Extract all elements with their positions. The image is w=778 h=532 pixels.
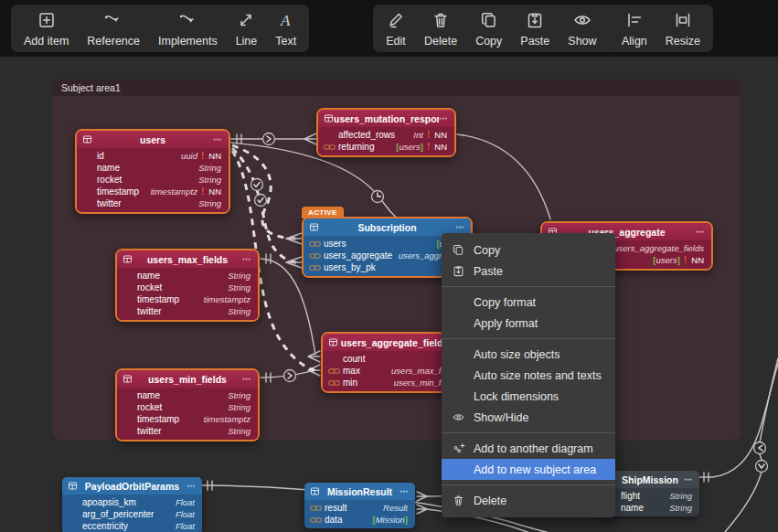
field-name: apoapsis_km xyxy=(82,497,136,507)
menu-item-paste[interactable]: Paste xyxy=(442,261,615,282)
table-header[interactable]: users_max_fields⋯ xyxy=(117,250,258,268)
table-shipmission[interactable]: ShipMission⋯flightStringnameString xyxy=(601,471,699,516)
table-users_min_fields[interactable]: users_min_fields⋯nameStringrocketStringt… xyxy=(115,368,260,442)
table-missionresult[interactable]: MissionResult⋯resultResultdata[Mission] xyxy=(304,483,415,528)
table-header[interactable]: users_mutation_response⋯ xyxy=(318,110,454,127)
field-row[interactable]: iduuid!NN xyxy=(77,150,229,162)
field-name: min xyxy=(343,378,357,388)
menu-icon-placeholder xyxy=(452,463,465,476)
table-menu-dots-icon[interactable]: ⋯ xyxy=(213,134,223,144)
table-header[interactable]: users_min_fields⋯ xyxy=(117,370,258,388)
not-null-bang: ! xyxy=(427,130,430,140)
field-row[interactable]: nameString xyxy=(117,270,258,282)
copy-icon xyxy=(479,10,499,30)
table-header[interactable]: users⋯ xyxy=(77,131,229,148)
field-type: users_aggregate_fields xyxy=(613,243,704,253)
toolbar-button-label: Text xyxy=(275,36,296,48)
field-row[interactable]: returning[users]!NN xyxy=(318,141,454,153)
align-button[interactable]: Align xyxy=(613,5,656,52)
field-type: String xyxy=(198,163,221,173)
field-row[interactable]: twitterString xyxy=(117,305,258,317)
table-menu-dots-icon[interactable]: ⋯ xyxy=(455,222,465,232)
field-row[interactable]: rocketString xyxy=(117,282,258,293)
paste-icon xyxy=(525,10,545,30)
paste-icon xyxy=(452,264,465,278)
edit-button[interactable]: Edit xyxy=(377,5,415,52)
line-button[interactable]: Line xyxy=(227,5,267,52)
field-row[interactable]: timestamptimestamptz xyxy=(117,293,258,305)
table-menu-dots-icon[interactable]: ⋯ xyxy=(696,227,706,237)
field-name: affected_rows xyxy=(338,130,395,140)
table-users_max_fields[interactable]: users_max_fields⋯nameStringrocketStringt… xyxy=(115,249,260,322)
table-fields: resultResultdata[Mission] xyxy=(304,500,415,528)
menu-item-show-hide[interactable]: Show/Hide xyxy=(442,407,615,428)
align-left-icon xyxy=(624,10,645,30)
field-row[interactable]: resultResult xyxy=(304,502,415,514)
field-name: users_by_pk xyxy=(324,262,376,272)
menu-icon-placeholder xyxy=(452,347,465,361)
toolbar-button-label: Copy xyxy=(475,36,502,48)
implements-button[interactable]: Implements xyxy=(149,5,227,52)
resize-button[interactable]: Resize xyxy=(656,5,709,52)
menu-item-apply-format[interactable]: Apply format xyxy=(442,313,615,334)
table-fields: flightStringnameString xyxy=(601,488,699,516)
toolbar-group-create: Add itemReferenceImplementsLineAText xyxy=(11,5,309,52)
menu-item-add-to-new-subject-area[interactable]: Add to new subject area xyxy=(442,459,615,480)
menu-item-lock-dimensions[interactable]: Lock dimensions xyxy=(442,386,615,407)
relation-link-icon xyxy=(328,379,343,387)
relation-link-icon xyxy=(310,505,325,512)
field-row[interactable]: nameString xyxy=(601,502,699,514)
table-header[interactable]: MissionResult⋯ xyxy=(304,483,415,500)
field-name: name xyxy=(137,271,160,281)
field-row[interactable]: twitterString xyxy=(117,425,258,437)
add-item-button[interactable]: Add item xyxy=(15,5,78,52)
table-menu-dots-icon[interactable]: ⋯ xyxy=(684,474,694,484)
menu-item-label: Lock dimensions xyxy=(474,390,559,403)
table-menu-dots-icon[interactable]: ⋯ xyxy=(187,481,197,491)
table-menu-dots-icon[interactable]: ⋯ xyxy=(242,254,252,264)
diagonal-arrows-icon xyxy=(236,10,256,30)
paste-button[interactable]: Paste xyxy=(511,5,559,52)
relation-link-icon xyxy=(309,264,324,271)
menu-item-add-to-another-diagram[interactable]: Add to another diagram xyxy=(442,438,615,459)
toolbar-button-label: Reference xyxy=(87,36,140,48)
show-button[interactable]: Show xyxy=(559,5,605,52)
table-payloadorbitparams[interactable]: PayloadOrbitParams⋯apoapsis_kmFloatarg_o… xyxy=(62,477,202,532)
field-row[interactable]: timestamptimestamptz xyxy=(117,413,258,425)
menu-item-auto-size-notes-and-texts[interactable]: Auto size notes and texts xyxy=(442,365,615,386)
field-name: data xyxy=(325,515,342,525)
menu-item-auto-size-objects[interactable]: Auto size objects xyxy=(442,344,615,365)
field-name: name xyxy=(621,503,644,513)
field-row[interactable]: nameString xyxy=(117,389,258,401)
table-menu-dots-icon[interactable]: ⋯ xyxy=(400,486,410,496)
table-header[interactable]: ShipMission⋯ xyxy=(601,471,699,488)
field-row[interactable]: apoapsis_kmFloat xyxy=(62,496,202,508)
menu-item-copy-format[interactable]: Copy format xyxy=(442,292,615,313)
menu-item-delete[interactable]: Delete xyxy=(442,490,615,511)
field-row[interactable]: eccentricityFloat xyxy=(62,520,202,532)
reference-button[interactable]: Reference xyxy=(78,5,149,52)
menu-item-label: Add to new subject area xyxy=(474,463,596,476)
field-row[interactable]: timestamptimestamptz!NN xyxy=(77,186,229,197)
table-users_mutation_response[interactable]: users_mutation_response⋯affected_rowsInt… xyxy=(316,108,456,157)
field-row[interactable]: nameString xyxy=(77,162,229,174)
field-row[interactable]: rocketString xyxy=(77,174,229,186)
table-users[interactable]: users⋯iduuid!NNnameStringrocketStringtim… xyxy=(75,129,230,214)
text-button[interactable]: AText xyxy=(266,5,305,52)
menu-item-copy[interactable]: Copy xyxy=(442,239,615,261)
table-menu-dots-icon[interactable]: ⋯ xyxy=(242,374,252,384)
table-menu-dots-icon[interactable]: ⋯ xyxy=(439,113,449,123)
field-type: [users] xyxy=(653,255,680,265)
field-type: Float xyxy=(176,509,195,519)
field-row[interactable]: arg_of_pericenterFloat xyxy=(62,508,202,520)
field-row[interactable]: twitterString xyxy=(77,197,229,209)
field-row[interactable]: flightString xyxy=(601,490,699,502)
menu-item-label: Add to another diagram xyxy=(474,442,593,455)
toolbar-button-label: Resize xyxy=(666,36,700,48)
field-row[interactable]: rocketString xyxy=(117,401,258,413)
table-header[interactable]: PayloadOrbitParams⋯ xyxy=(62,477,202,495)
delete-button[interactable]: Delete xyxy=(415,5,466,52)
copy-button[interactable]: Copy xyxy=(466,5,511,52)
field-row[interactable]: data[Mission] xyxy=(304,514,415,526)
field-row[interactable]: affected_rowsInt!NN xyxy=(318,129,454,141)
